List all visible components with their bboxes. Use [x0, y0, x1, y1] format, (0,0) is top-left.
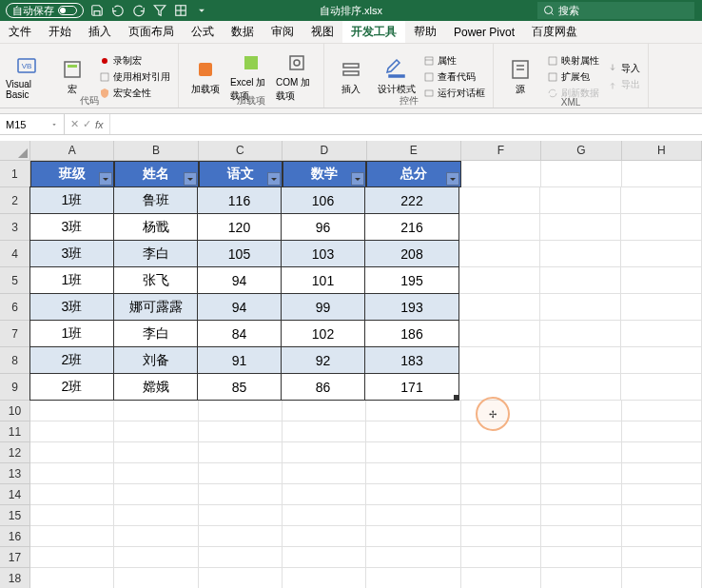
- cell-empty[interactable]: [114, 484, 198, 505]
- map-props-button[interactable]: 映射属性: [545, 53, 601, 69]
- cell[interactable]: 2班: [29, 373, 114, 401]
- cell-empty[interactable]: [199, 547, 283, 568]
- cell[interactable]: 222: [364, 186, 459, 214]
- cell[interactable]: 216: [364, 213, 459, 241]
- cell-empty[interactable]: [283, 505, 366, 526]
- cell[interactable]: 92: [281, 346, 365, 374]
- row-header-17[interactable]: 17: [0, 547, 30, 568]
- cell[interactable]: 193: [364, 293, 459, 321]
- row-header-16[interactable]: 16: [0, 526, 30, 547]
- cell[interactable]: 1班: [29, 320, 114, 347]
- row-header-15[interactable]: 15: [0, 505, 30, 526]
- cell[interactable]: 101: [281, 266, 365, 294]
- col-header-H[interactable]: H: [622, 141, 702, 161]
- row-header-4[interactable]: 4: [0, 241, 30, 267]
- cell-empty[interactable]: [366, 505, 460, 526]
- cell-empty[interactable]: [621, 294, 702, 321]
- cell[interactable]: 数学: [283, 161, 366, 187]
- cell-empty[interactable]: [540, 267, 621, 294]
- cell-empty[interactable]: [461, 463, 541, 484]
- cell-empty[interactable]: [114, 421, 198, 442]
- cell-empty[interactable]: [461, 161, 541, 187]
- cell-empty[interactable]: [283, 484, 366, 505]
- cell-empty[interactable]: [283, 568, 366, 588]
- cell[interactable]: 195: [364, 266, 459, 294]
- cell-empty[interactable]: [199, 484, 283, 505]
- col-header-A[interactable]: A: [30, 141, 114, 161]
- menu-公式[interactable]: 公式: [183, 21, 223, 43]
- cell-empty[interactable]: [114, 463, 198, 484]
- cell-empty[interactable]: [199, 442, 283, 463]
- col-header-B[interactable]: B: [114, 141, 198, 161]
- cell-empty[interactable]: [541, 421, 621, 442]
- redo-icon[interactable]: [131, 3, 146, 18]
- cell[interactable]: 李白: [113, 320, 198, 347]
- menu-Power Pivot[interactable]: Power Pivot: [445, 21, 523, 43]
- cell[interactable]: 3班: [29, 213, 114, 241]
- record-macro-button[interactable]: 录制宏: [97, 53, 172, 69]
- cell[interactable]: 姓名: [114, 161, 198, 187]
- cell[interactable]: 鲁班: [113, 186, 198, 214]
- cell-empty[interactable]: [461, 568, 541, 588]
- cell-empty[interactable]: [621, 241, 702, 267]
- cell-empty[interactable]: [366, 568, 460, 588]
- col-header-D[interactable]: D: [283, 141, 366, 161]
- cell[interactable]: 娜可露露: [113, 293, 198, 321]
- cell[interactable]: 99: [281, 293, 365, 321]
- row-header-9[interactable]: 9: [0, 374, 30, 401]
- row-header-11[interactable]: 11: [0, 421, 30, 442]
- cell[interactable]: 2班: [29, 346, 114, 374]
- cell-empty[interactable]: [366, 484, 460, 505]
- row-header-12[interactable]: 12: [0, 442, 30, 463]
- autosave-toggle[interactable]: 自动保存: [6, 3, 84, 18]
- cell-empty[interactable]: [622, 421, 702, 442]
- cell-empty[interactable]: [459, 374, 540, 401]
- accept-formula-icon[interactable]: ✓: [83, 118, 91, 130]
- column-headers[interactable]: ABCDEFGH: [30, 141, 702, 161]
- cell[interactable]: 总分: [366, 161, 460, 187]
- cell[interactable]: 语文: [199, 161, 283, 187]
- cell-empty[interactable]: [30, 442, 114, 463]
- col-header-F[interactable]: F: [461, 141, 541, 161]
- cell-empty[interactable]: [114, 568, 198, 588]
- cell-empty[interactable]: [459, 294, 540, 321]
- cell-empty[interactable]: [461, 442, 541, 463]
- cell-empty[interactable]: [459, 347, 540, 374]
- cell-empty[interactable]: [199, 421, 283, 442]
- cell-empty[interactable]: [622, 526, 702, 547]
- col-header-C[interactable]: C: [199, 141, 283, 161]
- menu-数据[interactable]: 数据: [223, 21, 263, 43]
- cell-empty[interactable]: [283, 463, 366, 484]
- cell-empty[interactable]: [114, 547, 198, 568]
- menu-开始[interactable]: 开始: [40, 21, 80, 43]
- cell[interactable]: 94: [197, 266, 282, 294]
- cell-empty[interactable]: [459, 267, 540, 294]
- undo-icon[interactable]: [110, 3, 126, 18]
- cell-empty[interactable]: [30, 505, 114, 526]
- cell[interactable]: 杨戬: [113, 213, 198, 241]
- cell-empty[interactable]: [114, 526, 198, 547]
- filter-arrow-icon[interactable]: [99, 172, 112, 186]
- cell-empty[interactable]: [366, 526, 460, 547]
- menu-帮助[interactable]: 帮助: [405, 21, 445, 43]
- cell-empty[interactable]: [30, 484, 114, 505]
- cell-empty[interactable]: [540, 347, 621, 374]
- cell-empty[interactable]: [621, 374, 702, 401]
- cell-empty[interactable]: [366, 421, 460, 442]
- row-header-10[interactable]: 10: [0, 401, 30, 421]
- cell-empty[interactable]: [541, 505, 621, 526]
- cell-empty[interactable]: [622, 442, 702, 463]
- filter-icon[interactable]: [152, 3, 167, 18]
- cell-empty[interactable]: [114, 401, 198, 421]
- name-box[interactable]: M15: [0, 114, 65, 134]
- xml-export-button[interactable]: 导出: [605, 77, 642, 92]
- cell-empty[interactable]: [199, 526, 283, 547]
- cell-empty[interactable]: [540, 374, 621, 401]
- cell[interactable]: 张飞: [113, 266, 198, 294]
- cell[interactable]: 208: [364, 240, 459, 267]
- cell-empty[interactable]: [621, 214, 702, 241]
- cell-empty[interactable]: [199, 463, 283, 484]
- cell-empty[interactable]: [622, 568, 702, 588]
- expand-pack-button[interactable]: 扩展包: [545, 69, 601, 85]
- menu-插入[interactable]: 插入: [80, 21, 120, 43]
